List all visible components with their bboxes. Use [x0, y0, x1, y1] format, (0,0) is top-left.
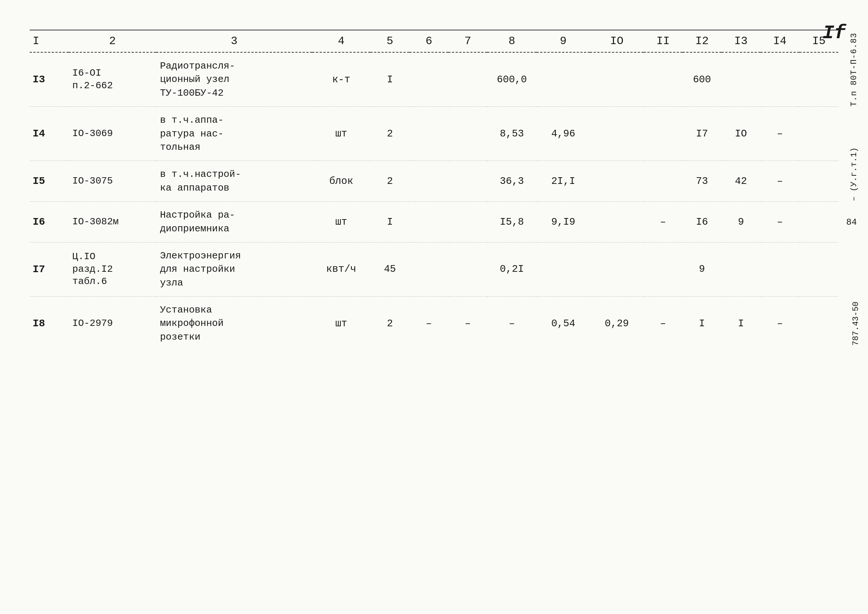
table-row: I7 Ц.IO разд.I2 табл.6 Электроэнергия дл… [29, 242, 839, 296]
cell-row2-col10 [590, 107, 643, 161]
cell-row5-col15 [800, 242, 839, 296]
cell-row6-col5: 2 [370, 297, 409, 351]
col-header-8: 8 [487, 30, 536, 52]
cell-row1-col8: 600,0 [487, 52, 536, 107]
cell-row4-col8: I5,8 [487, 202, 536, 242]
cell-row3-col10 [590, 161, 643, 202]
cell-row3-col6 [409, 161, 448, 202]
cell-row3-col15: – (У.г.т.1) [800, 161, 839, 202]
col-header-6: 6 [409, 30, 448, 52]
cell-row5-col2: Ц.IO разд.I2 табл.6 [68, 242, 156, 296]
cell-row5-col6 [409, 242, 448, 296]
cell-row3-col1: I5 [29, 161, 68, 202]
cell-row1-col3: Радиотрансля- ционный узел ТУ-100БУ-42 [156, 52, 312, 107]
cell-row3-col9: 2I,I [536, 161, 590, 202]
cell-row5-col7 [448, 242, 487, 296]
cell-row1-col6 [409, 52, 448, 107]
cell-row3-col7 [448, 161, 487, 202]
cell-row1-col4: к-т [312, 52, 371, 107]
table-header-row: I 2 3 4 5 6 7 8 9 IO II I2 I3 I4 I5 [29, 30, 839, 52]
col-header-10: IO [590, 30, 643, 52]
cell-row4-col2: IO-3082м [68, 202, 156, 242]
col-header-9: 9 [536, 30, 590, 52]
cell-row2-col12: I7 [683, 107, 722, 161]
cell-row2-col14: – [761, 107, 800, 161]
cell-row1-col1: I3 [29, 52, 68, 107]
col-header-1: I [29, 30, 68, 52]
cell-row4-col11: – [644, 202, 683, 242]
table-row: I5 IO-3075 в т.ч.настрой- ка аппаратов б… [29, 161, 839, 202]
cell-row5-col13 [722, 242, 761, 296]
cell-row1-col13 [722, 52, 761, 107]
right-label-row3: – (У.г.т.1) [849, 161, 859, 202]
cell-row1-col10 [590, 52, 643, 107]
cell-row2-col11 [644, 107, 683, 161]
cell-row5-col5: 45 [370, 242, 409, 296]
cell-row3-col3: в т.ч.настрой- ка аппаратов [156, 161, 312, 202]
cell-row6-col6: – [409, 297, 448, 351]
cell-row1-col5: I [370, 52, 409, 107]
cell-row4-col3: Настройка ра- диоприемника [156, 202, 312, 242]
col-header-12: I2 [683, 30, 722, 52]
cell-row6-col1: I8 [29, 297, 68, 351]
cell-row5-col4: квт/ч [312, 242, 371, 296]
cell-row6-col15: 787.43-50 [800, 297, 839, 351]
page: I 2 3 4 5 6 7 8 9 IO II I2 I3 I4 I5 [0, 0, 868, 614]
cell-row4-col5: I [370, 202, 409, 242]
cell-row6-col14: – [761, 297, 800, 351]
cell-row2-col13: IO [722, 107, 761, 161]
cell-row6-col4: шт [312, 297, 371, 351]
cell-row2-col3: в т.ч.аппа- ратура нас- тольная [156, 107, 312, 161]
cell-row2-col2: IO-3069 [68, 107, 156, 161]
cell-row2-col5: 2 [370, 107, 409, 161]
col-header-7: 7 [448, 30, 487, 52]
table-row: I4 IO-3069 в т.ч.аппа- ратура нас- тольн… [29, 107, 839, 161]
cell-row1-col2: I6-OI п.2-662 [68, 52, 156, 107]
cell-row3-col12: 73 [683, 161, 722, 202]
col-header-13: I3 [722, 30, 761, 52]
table-row: I8 IO-2979 Установка микрофонной розетки… [29, 297, 839, 351]
cell-row1-col12: 600 [683, 52, 722, 107]
cell-row2-col9: 4,96 [536, 107, 590, 161]
cell-row1-col9 [536, 52, 590, 107]
cell-row1-col7 [448, 52, 487, 107]
cell-row4-col7 [448, 202, 487, 242]
cell-row5-col14 [761, 242, 800, 296]
col-header-11: II [644, 30, 683, 52]
cell-row4-col1: I6 [29, 202, 68, 242]
col-header-14: I4 [761, 30, 800, 52]
cell-row2-col8: 8,53 [487, 107, 536, 161]
col-header-4: 4 [312, 30, 371, 52]
cell-row4-col4: шт [312, 202, 371, 242]
cell-row1-col11 [644, 52, 683, 107]
right-label-row6: 787.43-50 [851, 297, 860, 350]
table-row: I6 IO-3082м Настройка ра- диоприемника ш… [29, 202, 839, 242]
cell-row3-col13: 42 [722, 161, 761, 202]
corner-label-if: If [823, 22, 846, 44]
cell-row6-col10: 0,29 [590, 297, 643, 351]
cell-row2-col4: шт [312, 107, 371, 161]
cell-row6-col12: I [683, 297, 722, 351]
cell-row3-col11 [644, 161, 683, 202]
col-header-5: 5 [370, 30, 409, 52]
cell-row1-col14 [761, 52, 800, 107]
cell-row6-col13: I [722, 297, 761, 351]
cell-row5-col3: Электроэнергия для настройки узла [156, 242, 312, 296]
cell-row5-col10 [590, 242, 643, 296]
right-label-row1: Т.п 80Т-П-6.83 [849, 53, 859, 106]
cell-row3-col4: блок [312, 161, 371, 202]
table-container: I 2 3 4 5 6 7 8 9 IO II I2 I3 I4 I5 [29, 29, 839, 350]
cell-row6-col2: IO-2979 [68, 297, 156, 351]
cell-row4-col15: 84 [800, 202, 839, 242]
cell-row1-col15: Т.п 80Т-П-6.83 [800, 52, 839, 107]
cell-row2-col15 [800, 107, 839, 161]
cell-row3-col5: 2 [370, 161, 409, 202]
cell-row2-col1: I4 [29, 107, 68, 161]
cell-row5-col8: 0,2I [487, 242, 536, 296]
col-header-3: 3 [156, 30, 312, 52]
cell-row4-col12: I6 [683, 202, 722, 242]
cell-row5-col1: I7 [29, 242, 68, 296]
col-header-2: 2 [68, 30, 156, 52]
cell-row6-col9: 0,54 [536, 297, 590, 351]
right-label-row4: 84 [846, 217, 857, 227]
